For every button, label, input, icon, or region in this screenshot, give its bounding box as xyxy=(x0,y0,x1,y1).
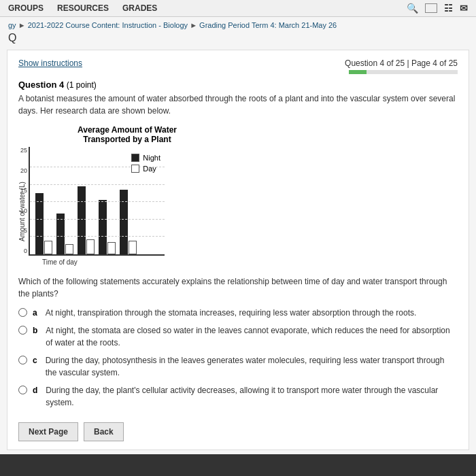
show-instructions-link[interactable]: Show instructions xyxy=(18,58,82,68)
nav-grades[interactable]: GRADES xyxy=(122,3,157,13)
question-description: A botanist measures the amount of water … xyxy=(18,92,458,117)
gridline-15 xyxy=(30,201,165,202)
back-button[interactable]: Back xyxy=(84,422,124,441)
breadcrumb-link-course[interactable]: 2021-2022 Course Content: Instruction - … xyxy=(28,21,188,29)
legend-day: Day xyxy=(131,165,160,173)
option-b-label: b xyxy=(33,324,37,337)
option-c-label: c xyxy=(33,354,37,367)
bar-group-5 xyxy=(120,190,137,254)
legend-box-night xyxy=(131,154,139,162)
search-icon[interactable]: 🔍 xyxy=(407,3,418,14)
bar-group-4 xyxy=(99,200,116,254)
x-axis-label: Time of day xyxy=(42,258,78,266)
chart-legend: Night Day xyxy=(131,154,160,173)
y-tick-10: 10 xyxy=(11,207,27,214)
option-c-text: During the day, photosynthesis in the le… xyxy=(46,354,458,379)
chart-plot: 25 20 15 10 5 0 xyxy=(29,147,165,256)
y-tick-5: 5 xyxy=(11,227,27,234)
option-b-text: At night, the stomata are closed so wate… xyxy=(46,324,458,349)
chart-section: Average Amount of Water Transported by a… xyxy=(18,125,458,266)
grid-icon[interactable]: ☷ xyxy=(444,3,453,14)
nav-groups[interactable]: GROUPS xyxy=(8,3,44,13)
progress-bar-fill xyxy=(349,70,367,74)
breadcrumb-arrow-1: ► xyxy=(18,21,28,29)
nav-resources[interactable]: RESOURCES xyxy=(57,3,109,13)
option-a: a At night, transpiration through the st… xyxy=(18,307,458,319)
chart-wrapper: Amount of water (L) 25 20 15 10 5 0 xyxy=(18,147,165,266)
radio-b[interactable] xyxy=(18,326,27,335)
window-icon[interactable] xyxy=(425,3,437,13)
main-panel: Show instructions Question 4 of 25 | Pag… xyxy=(7,50,469,450)
question-meta-text: Question 4 of 25 | Page 4 of 25 xyxy=(345,58,458,68)
breadcrumb-link-period[interactable]: Grading Period Term 4: March 21-May 26 xyxy=(199,21,337,29)
progress-bar xyxy=(349,70,458,74)
bar-group-2 xyxy=(56,214,73,254)
legend-day-label: Day xyxy=(143,165,156,173)
chart-area: 25 20 15 10 5 0 xyxy=(29,147,165,266)
radio-a[interactable] xyxy=(18,308,27,317)
gridline-5 xyxy=(30,236,165,237)
bar-night-1 xyxy=(35,193,44,254)
option-d: d During the day, the plant's cellular a… xyxy=(18,384,458,409)
next-page-button[interactable]: Next Page xyxy=(18,422,78,441)
option-a-label: a xyxy=(33,307,37,319)
bar-day-5 xyxy=(129,241,137,254)
bar-day-1 xyxy=(44,241,52,254)
bar-day-2 xyxy=(65,244,73,254)
breadcrumb-arrow-2: ► xyxy=(190,21,199,29)
bar-night-5 xyxy=(120,190,128,254)
y-tick-15: 15 xyxy=(11,187,27,194)
option-a-text: At night, transpiration through the stom… xyxy=(46,307,417,319)
option-d-label: d xyxy=(33,384,37,396)
top-bar-icons: 🔍 ☷ ✉ xyxy=(407,3,468,14)
chart-title-line2: Transported by a Plant xyxy=(39,135,216,144)
bar-day-3 xyxy=(86,239,95,254)
question-meta-section: Question 4 of 25 | Page 4 of 25 xyxy=(345,58,458,74)
legend-night-label: Night xyxy=(143,154,160,162)
option-d-text: During the day, the plant's cellular act… xyxy=(46,384,458,409)
question-title: Question 4 (1 point) xyxy=(18,80,458,90)
y-tick-25: 25 xyxy=(11,147,27,154)
gridline-20 xyxy=(30,184,165,185)
breadcrumb: gy ► 2021-2022 Course Content: Instructi… xyxy=(0,17,476,31)
bar-night-3 xyxy=(78,186,86,254)
bar-night-4 xyxy=(99,200,107,254)
bar-day-4 xyxy=(107,242,116,254)
y-tick-0: 0 xyxy=(11,248,27,254)
question-points: (1 point) xyxy=(67,80,97,90)
gridline-10 xyxy=(30,219,165,220)
button-row: Next Page Back xyxy=(18,422,458,441)
legend-box-day xyxy=(131,165,139,173)
chart-title-line1: Average Amount of Water xyxy=(39,125,216,135)
header-row: Show instructions Question 4 of 25 | Pag… xyxy=(18,58,458,74)
chart-title: Average Amount of Water Transported by a… xyxy=(39,125,216,144)
bar-group-3 xyxy=(78,186,95,254)
bar-group-1 xyxy=(35,193,52,254)
content-area: gy ► 2021-2022 Course Content: Instructi… xyxy=(0,17,476,454)
breadcrumb-link-gy[interactable]: gy xyxy=(8,21,16,29)
mail-icon[interactable]: ✉ xyxy=(460,3,468,14)
top-navigation-bar: GROUPS RESOURCES GRADES 🔍 ☷ ✉ xyxy=(0,0,476,17)
radio-d[interactable] xyxy=(18,386,27,394)
question-number: Question 4 xyxy=(18,80,64,90)
question-text: Which of the following statements accura… xyxy=(18,275,458,300)
y-ticks: 25 20 15 10 5 0 xyxy=(11,147,27,254)
q-symbol: Q xyxy=(0,31,476,46)
radio-c[interactable] xyxy=(18,356,27,364)
option-b: b At night, the stomata are closed so wa… xyxy=(18,324,458,349)
y-tick-20: 20 xyxy=(11,167,27,174)
bottom-bar xyxy=(0,454,476,476)
options-list: a At night, transpiration through the st… xyxy=(18,307,458,409)
bar-night-2 xyxy=(56,214,65,254)
option-c: c During the day, photosynthesis in the … xyxy=(18,354,458,379)
legend-night: Night xyxy=(131,154,160,162)
